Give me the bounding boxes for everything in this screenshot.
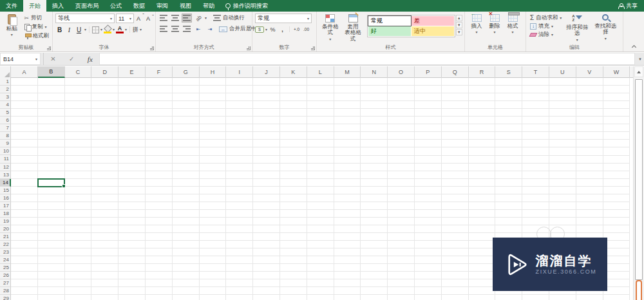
column-header[interactable]: R [469,66,496,78]
row-header[interactable]: 29 [0,295,11,300]
sort-filter-button[interactable]: AZ 排序和筛选 ▾ [563,14,591,42]
column-header[interactable]: H [200,66,227,78]
column-header[interactable]: I [226,66,253,78]
row-header[interactable]: 10 [0,147,11,155]
row-header[interactable]: 13 [0,171,11,179]
menu-tab[interactable]: 开始 [23,0,46,12]
cell-style[interactable]: 差 [412,16,454,26]
insert-cells-button[interactable]: ← 插入 ▾ [468,14,486,35]
menu-tab[interactable]: 页面布局 [70,0,104,12]
scroll-up-button[interactable] [634,66,643,77]
row-header[interactable]: 28 [0,287,11,295]
row-header[interactable]: 20 [0,225,11,233]
row-header[interactable]: 14 [0,179,11,187]
gallery-more-button[interactable]: ▼ [456,29,462,35]
gallery-up-button[interactable]: ▲ [456,15,462,21]
wrap-text-button[interactable]: 自动换行 [212,14,246,23]
column-header[interactable]: T [522,66,549,78]
shrink-font-button[interactable]: A [145,14,153,23]
column-header[interactable]: W [603,66,630,78]
row-header[interactable]: 17 [0,202,11,210]
autosum-button[interactable]: Σ 自动求和 ▾ [529,14,563,22]
clipboard-dialog-launcher[interactable] [47,46,51,50]
column-header[interactable]: E [118,66,146,78]
font-name-combo[interactable]: 等线▾ [55,14,115,23]
row-header[interactable]: 2 [0,86,11,93]
formula-input[interactable] [99,53,635,65]
bold-button[interactable]: B [55,25,64,34]
cancel-icon[interactable]: ✕ [50,55,55,62]
gallery-down-button[interactable]: ▼ [456,22,462,28]
row-header[interactable]: 19 [0,218,11,225]
delete-cells-button[interactable]: ✕ 删除 ▾ [486,14,504,35]
column-header[interactable]: C [65,66,92,78]
row-header[interactable]: 21 [0,233,11,241]
row-header[interactable]: 16 [0,194,11,202]
scrollbar-bottom-marker[interactable] [636,280,642,300]
clear-button[interactable]: 清除 ▾ [529,30,563,39]
tell-me-search[interactable]: 操作说明搜索 [220,0,273,12]
format-as-table-button[interactable]: 套用 表格格式 [341,14,365,42]
borders-dropdown-arrow[interactable]: ▾ [100,28,102,32]
fill-color-button[interactable] [104,26,111,33]
column-header[interactable]: B [38,66,65,78]
name-box-dropdown-arrow[interactable]: ▾ [35,57,37,61]
column-header[interactable]: G [173,66,200,78]
row-header[interactable]: 18 [0,210,11,218]
align-right-button[interactable] [182,24,192,33]
column-header[interactable]: N [361,66,388,78]
collapse-ribbon-button[interactable] [632,44,636,49]
fill-button[interactable]: ↓ 填充 ▾ [529,22,563,30]
font-color-dropdown-arrow[interactable]: ▾ [125,28,127,32]
selected-cell[interactable] [37,178,65,187]
phonetic-dropdown-arrow[interactable]: ▾ [140,28,142,32]
italic-button[interactable]: I [65,25,73,34]
underline-dropdown-arrow[interactable]: ▾ [84,28,86,32]
number-dialog-launcher[interactable] [311,46,315,50]
row-header[interactable]: 11 [0,155,11,163]
menu-tab[interactable]: 帮助 [197,0,220,12]
phonetic-guide-button[interactable]: 拼 [133,26,138,34]
row-header[interactable]: 22 [0,241,11,248]
paste-button[interactable]: 粘贴 ▾ [3,14,21,37]
row-header[interactable]: 24 [0,256,11,264]
column-header[interactable]: L [307,66,334,78]
column-header[interactable]: K [280,66,307,78]
align-bottom-button[interactable] [182,14,192,23]
cut-button[interactable]: ✂ 剪切 [23,14,51,23]
conditional-formatting-button[interactable]: 条件格式 ▾ [319,14,341,42]
accounting-format-button[interactable]: $ [255,26,264,33]
format-painter-button[interactable]: 格式刷 [23,32,51,41]
orientation-button[interactable]: ab [193,14,204,23]
menu-tab[interactable]: 视图 [174,0,197,12]
row-header[interactable]: 3 [0,93,11,101]
row-header[interactable]: 8 [0,132,11,140]
paste-dropdown-arrow[interactable]: ▾ [11,33,13,37]
row-header[interactable]: 9 [0,140,11,147]
cell-style[interactable]: 好 [368,26,411,36]
fill-color-dropdown-arrow[interactable]: ▾ [113,28,115,32]
column-header[interactable]: S [495,66,522,78]
menu-tab[interactable]: 数据 [128,0,151,12]
row-header[interactable]: 23 [0,248,11,256]
find-select-button[interactable]: 查找和选择 ▾ [591,14,620,41]
decrease-decimal-button[interactable]: .00 [302,25,310,33]
row-header[interactable]: 26 [0,272,11,279]
align-middle-button[interactable] [170,14,180,23]
column-header[interactable]: Q [442,66,469,78]
font-color-button[interactable]: A [116,26,124,33]
select-all-button[interactable] [0,66,11,78]
column-header[interactable]: A [11,66,38,78]
row-header[interactable]: 4 [0,101,11,109]
column-header[interactable]: U [549,66,576,78]
align-left-button[interactable] [158,24,169,33]
scrollbar-thumb[interactable] [635,79,643,280]
column-header[interactable]: M [334,66,361,78]
column-header[interactable]: P [415,66,442,78]
number-format-combo[interactable]: 常规▾ [255,14,312,23]
vertical-scrollbar[interactable] [633,66,644,300]
row-header[interactable]: 25 [0,264,11,272]
column-header[interactable]: V [576,66,603,78]
alignment-dialog-launcher[interactable] [247,46,251,50]
enter-icon[interactable]: ✓ [69,55,74,62]
